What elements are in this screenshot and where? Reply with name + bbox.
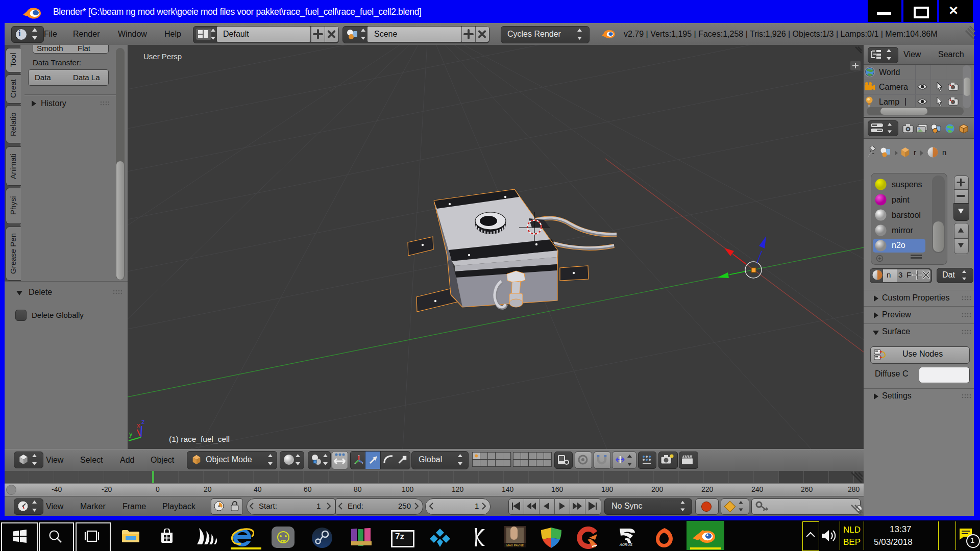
svg-text:AORUS: AORUS xyxy=(619,543,632,546)
svg-text:z: z xyxy=(141,418,145,425)
svg-text:(1) race_fuel_cell: (1) race_fuel_cell xyxy=(169,435,230,443)
svg-text:y: y xyxy=(129,430,133,438)
svg-text:MAX PAYNE: MAX PAYNE xyxy=(506,544,524,547)
svg-text:User Persp: User Persp xyxy=(143,52,182,61)
svg-text:x: x xyxy=(137,421,140,429)
